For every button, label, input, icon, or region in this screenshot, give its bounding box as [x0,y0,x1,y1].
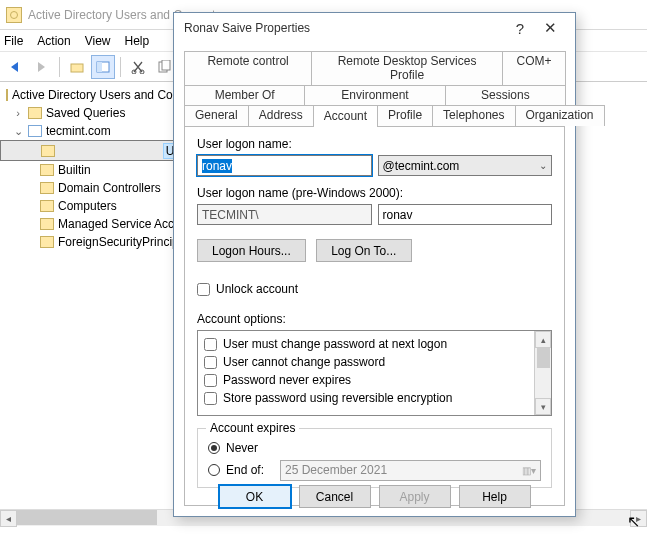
tab-rds-profile[interactable]: Remote Desktop Services Profile [311,51,503,85]
cursor-icon: ↖ [627,512,640,531]
opt-never-expires-checkbox[interactable] [204,374,217,387]
expires-endof-label: End of: [226,463,274,477]
logon-name-label: User logon name: [197,137,552,151]
tab-content-account: User logon name: @tecmint.com ⌄ User log… [184,126,565,506]
tree-label: tecmint.com [46,124,111,138]
account-options-listbox[interactable]: User must change password at next logon … [197,330,552,416]
logon-to-button[interactable]: Log On To... [316,239,412,262]
dialog-help-button[interactable]: ? [505,20,535,37]
folder-icon [40,200,54,212]
tab-organization[interactable]: Organization [515,105,605,126]
app-icon [6,7,22,23]
show-hide-tree-button[interactable] [91,55,115,79]
tab-member-of[interactable]: Member Of [184,85,305,105]
opt-change-password-checkbox[interactable] [204,338,217,351]
dialog-body: Remote control Remote Desktop Services P… [184,51,565,474]
logon-name-input[interactable] [197,155,372,176]
logon-suffix-value: @tecmint.com [383,159,460,173]
menu-file[interactable]: File [4,34,23,48]
tab-telephones[interactable]: Telephones [432,105,515,126]
logon-hours-button[interactable]: Logon Hours... [197,239,306,262]
radio-icon [208,464,220,476]
expires-date-picker[interactable]: 25 December 2021 ▥▾ [280,460,541,481]
tree-label: Saved Queries [46,106,125,120]
ok-button[interactable]: OK [219,485,291,508]
unlock-account-checkbox[interactable] [197,283,210,296]
folder-icon [28,107,42,119]
menu-action[interactable]: Action [37,34,70,48]
expires-never-label: Never [226,441,258,455]
aduc-window: Active Directory Users and Computers Fil… [0,0,647,534]
menu-help[interactable]: Help [125,34,150,48]
tree-label: Builtin [58,163,91,177]
tab-remote-control[interactable]: Remote control [184,51,312,85]
toolbar-separator [59,57,60,77]
apply-button[interactable]: Apply [379,485,451,508]
account-expires-legend: Account expires [206,421,299,435]
up-button[interactable] [65,55,89,79]
scroll-down-button[interactable]: ▾ [535,398,551,415]
folder-icon [6,89,8,101]
nav-forward-button[interactable] [30,55,54,79]
help-button[interactable]: Help [459,485,531,508]
svg-rect-2 [97,62,102,72]
chevron-down-icon: ⌄ [539,160,547,171]
expires-endof-radio[interactable]: End of: 25 December 2021 ▥▾ [208,461,541,479]
scroll-left-button[interactable]: ◂ [0,510,17,527]
nav-back-button[interactable] [4,55,28,79]
toolbar-separator [120,57,121,77]
unlock-account-label: Unlock account [216,282,298,296]
dialog-title: Ronav Saive Properties [184,21,310,35]
folder-icon [40,182,54,194]
tab-strip: Remote control Remote Desktop Services P… [184,51,565,506]
tab-general[interactable]: General [184,105,249,126]
folder-icon [40,164,54,176]
folder-icon [40,218,54,230]
expires-date-value: 25 December 2021 [285,463,387,477]
options-scrollbar[interactable]: ▴ ▾ [534,331,551,415]
dialog-titlebar[interactable]: Ronav Saive Properties ? ✕ [174,13,575,43]
tab-com-plus[interactable]: COM+ [502,51,566,85]
dialog-footer: OK Cancel Apply Help [174,485,575,508]
radio-icon [208,442,220,454]
opt-label: User cannot change password [223,355,385,369]
collapse-icon[interactable]: ⌄ [12,125,24,138]
cut-button[interactable] [126,55,150,79]
opt-cannot-change-checkbox[interactable] [204,356,217,369]
scroll-thumb[interactable] [537,348,550,368]
logon-suffix-select[interactable]: @tecmint.com ⌄ [378,155,553,176]
pre2000-domain-input [197,204,372,225]
expand-icon[interactable]: › [12,107,24,119]
tab-account[interactable]: Account [313,105,378,127]
svg-rect-0 [71,64,83,72]
opt-label: Password never expires [223,373,351,387]
tree-label: Computers [58,199,117,213]
opt-label: User must change password at next logon [223,337,447,351]
tree-label: Domain Controllers [58,181,161,195]
tab-sessions[interactable]: Sessions [445,85,566,105]
scroll-thumb[interactable] [17,510,157,525]
folder-icon [41,145,55,157]
account-options-label: Account options: [197,312,552,326]
domain-icon [28,125,42,137]
scroll-up-button[interactable]: ▴ [535,331,551,348]
menu-view[interactable]: View [85,34,111,48]
opt-reversible-enc-checkbox[interactable] [204,392,217,405]
tab-address[interactable]: Address [248,105,314,126]
cancel-button[interactable]: Cancel [299,485,371,508]
svg-rect-6 [162,60,170,70]
pre2000-label: User logon name (pre-Windows 2000): [197,186,552,200]
dialog-close-button[interactable]: ✕ [535,19,565,37]
account-expires-group: Account expires Never End of: 25 Decembe… [197,428,552,488]
opt-label: Store password using reversible encrypti… [223,391,452,405]
expires-never-radio[interactable]: Never [208,439,541,457]
folder-icon [40,236,54,248]
properties-dialog: Ronav Saive Properties ? ✕ Remote contro… [173,12,576,517]
calendar-dropdown-icon: ▥▾ [522,465,536,476]
tab-profile[interactable]: Profile [377,105,433,126]
tab-environment[interactable]: Environment [304,85,445,105]
pre2000-user-input[interactable] [378,204,553,225]
